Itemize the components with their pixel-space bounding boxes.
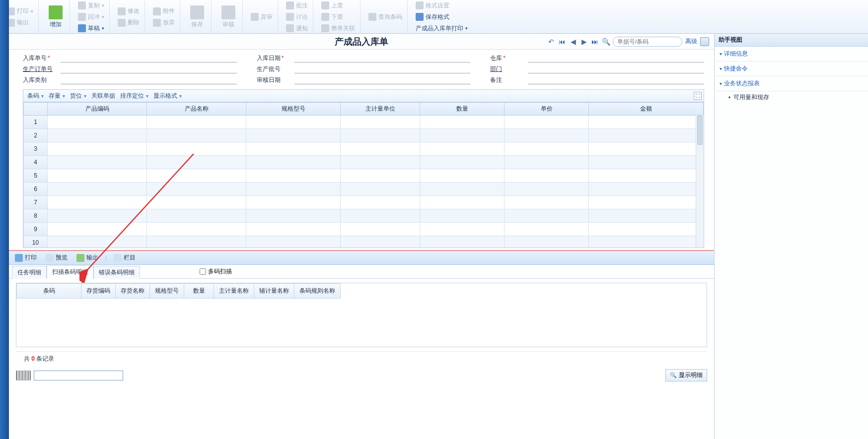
cell[interactable] [341,183,420,196]
cell[interactable] [341,196,420,209]
cell[interactable] [420,209,505,223]
printset-button[interactable]: 产成品入库单打印▾ [414,23,470,34]
scol-条码规则名称[interactable]: 条码规则名称 [294,284,341,299]
col-单价[interactable]: 单价 [505,103,589,116]
cell[interactable] [48,183,147,196]
cell[interactable] [589,169,704,183]
first-icon[interactable]: ⏮ [558,38,566,46]
cell[interactable] [589,209,704,223]
cell[interactable] [246,236,341,249]
col-规格型号[interactable]: 规格型号 [246,103,341,116]
lower-export-button[interactable]: 输出 [74,252,100,263]
cell[interactable] [505,116,589,129]
cell[interactable] [246,223,341,236]
cell[interactable] [341,223,420,236]
cell[interactable] [505,129,589,142]
cell[interactable] [246,142,341,156]
relate-button[interactable]: 整单关联 [319,23,357,34]
cell[interactable] [147,169,246,183]
table-row[interactable]: 5 [24,169,704,183]
cell[interactable] [420,196,505,209]
cell[interactable] [589,196,704,209]
table-row[interactable]: 10 [24,236,704,249]
cell[interactable] [505,209,589,223]
save-button[interactable]: 保存 [186,3,208,31]
cell[interactable] [505,223,589,236]
table-row[interactable]: 2 [24,129,704,142]
lower-columns-button[interactable]: 栏目 [112,252,138,263]
col-金额[interactable]: 金额 [589,103,704,116]
cell[interactable] [589,236,704,249]
cell[interactable] [341,156,420,169]
search-icon[interactable]: 🔍 [602,38,610,46]
cell[interactable] [341,116,420,129]
cell[interactable] [48,196,147,209]
search-input[interactable] [613,37,682,47]
cell[interactable] [147,209,246,223]
col-产品编码[interactable]: 产品编码 [48,103,147,116]
next-button[interactable]: 下查 [319,12,357,22]
scol-辅计量名称[interactable]: 辅计量名称 [254,284,294,299]
barcode-button[interactable]: 查询条码 [366,12,404,22]
col-数量[interactable]: 数量 [420,103,505,116]
abandon-button[interactable]: 放弃 [151,17,177,28]
tab-任务明细[interactable]: 任务明细 [12,266,47,279]
undo-nav-icon[interactable]: ↶ [547,38,555,46]
assist-biz-report[interactable]: 业务状态报表 [715,76,868,91]
input-备注[interactable] [528,75,704,84]
input-入库单号[interactable] [61,54,237,63]
gt-stock[interactable]: 存量 [49,92,65,100]
submit-button[interactable]: 上查 [319,0,357,11]
scol-主计量名称[interactable]: 主计量名称 [214,284,254,299]
undo-button[interactable]: 回冲▾ [76,12,106,22]
cell[interactable] [246,209,341,223]
cell[interactable] [147,142,246,156]
cell[interactable] [341,142,420,156]
table-row[interactable]: 1 [24,116,704,129]
modify-button[interactable]: 修改 [116,6,142,16]
cell[interactable] [420,129,505,142]
cell[interactable] [341,169,420,183]
scol-存货编码[interactable]: 存货编码 [81,284,116,299]
input-生产订单号[interactable] [61,64,237,73]
cell[interactable] [420,183,505,196]
scol-存货名称[interactable]: 存货名称 [116,284,150,299]
barcode-input[interactable] [34,371,123,380]
input-生产批号[interactable] [294,64,471,73]
cell[interactable] [147,156,246,169]
cell[interactable] [48,142,147,156]
input-入库日期[interactable] [294,54,471,63]
cell[interactable] [48,236,147,249]
input-入库类别[interactable] [61,75,237,84]
table-row[interactable]: 8 [24,209,704,223]
format-button[interactable]: 格式设置 [414,0,470,11]
cell[interactable] [420,142,505,156]
cell[interactable] [589,116,704,129]
cell[interactable] [48,156,147,169]
add-button[interactable]: 增加 [45,3,67,31]
show-detail-button[interactable]: 🔍显示明细 [665,369,707,381]
cell[interactable] [420,236,505,249]
cell[interactable] [246,129,341,142]
delete-button[interactable]: 删除 [116,17,142,28]
grid-toggle-icon[interactable] [700,37,709,46]
cell[interactable] [505,196,589,209]
cell[interactable] [505,236,589,249]
copy-button[interactable]: 复制▾ [76,0,106,11]
cell[interactable] [505,142,589,156]
gt-disp[interactable]: 显示格式 [153,92,182,100]
discuss-button[interactable]: 讨论 [284,12,310,22]
tab-扫描条码明细[interactable]: 扫描条码明细 [47,265,93,279]
assist-quick-cmd[interactable]: 快捷命令 [715,62,868,76]
cell[interactable] [147,223,246,236]
last-icon[interactable]: ⏭ [591,38,599,46]
table-row[interactable]: 7 [24,196,704,209]
attach-button[interactable]: 附件 [151,6,177,16]
lower-print-button[interactable]: 打印 [13,252,39,263]
table-row[interactable]: 9 [24,223,704,236]
gt-sort[interactable]: 排序定位 [120,92,148,100]
multiscan-checkbox[interactable]: 多码扫描 [200,267,232,276]
cell[interactable] [246,183,341,196]
cell[interactable] [48,129,147,142]
cell[interactable] [505,156,589,169]
